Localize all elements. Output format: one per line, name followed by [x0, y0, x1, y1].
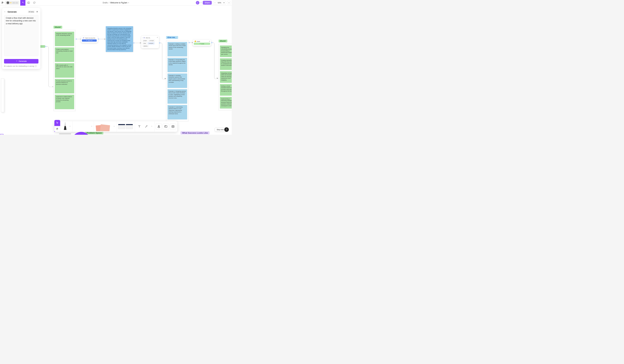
user-avatar[interactable]: L [196, 1, 199, 4]
nav-back-icon[interactable]: ‹ [194, 41, 194, 42]
sticky-note[interactable]: Implement a chatbot feature to answer us… [55, 95, 74, 109]
connector-options-caret[interactable]: ⌃ [151, 126, 153, 127]
svg-point-9 [76, 39, 77, 40]
ideate-chip-button[interactable]: ⟳Ideate [194, 43, 210, 45]
timer-value: 06:00 [12, 1, 18, 4]
ideate-heading: Ideate! [218, 40, 227, 43]
templates-tool[interactable] [118, 123, 133, 130]
marker-options-caret[interactable]: ⌃ [69, 126, 71, 127]
nav-back-icon[interactable]: ‹ [82, 37, 82, 39]
nav-back-icon[interactable]: ‹ [142, 37, 143, 38]
generate-panel: ← Generate AI beta ✕ Generate AI outputs… [2, 8, 40, 69]
sticky-note[interactable]: Adding a virtual assistant feature that … [220, 84, 232, 96]
ideate-cta-label: Ideate [201, 43, 204, 44]
hand-tool[interactable] [54, 126, 60, 132]
refresh-icon[interactable]: ⟳ [157, 37, 158, 38]
breadcrumb-root[interactable]: Drafts [103, 1, 108, 4]
teach-me-button[interactable]: ⟳Teach me [82, 39, 97, 42]
svg-rect-21 [165, 126, 166, 126]
tag-examples[interactable]: examples [148, 42, 155, 44]
zoom-level[interactable]: 50% [217, 2, 222, 4]
explanation-card[interactable]: Integrating interactive quizzes in the o… [106, 26, 133, 52]
tag-people[interactable]: people [142, 40, 148, 42]
svg-rect-5 [28, 2, 30, 4]
give-me-heading: Give me… [166, 36, 178, 39]
shape-tool[interactable] [73, 132, 90, 135]
teach-me-card[interactable]: ‹✦Teach me about this ⟳Teach me [81, 36, 98, 43]
close-icon[interactable]: ✕ [36, 10, 38, 13]
comments-button[interactable] [32, 0, 36, 5]
svg-point-19 [211, 42, 212, 43]
refresh-icon[interactable]: ⟳ [209, 41, 210, 42]
sticky-note[interactable]: Integrating mini-games within the tutori… [220, 71, 232, 83]
ideate-column-b[interactable]: Ideate! Gamifying the onboarding tutoria… [218, 39, 232, 111]
chevron-down-icon: ▾ [3, 2, 4, 3]
stamp-tool[interactable] [156, 123, 162, 130]
main-menu-button[interactable]: ▾ [1, 1, 4, 4]
skip-intro-label: Skip intro [217, 129, 224, 131]
marker-tool[interactable] [62, 122, 69, 131]
share-button[interactable]: Share [203, 1, 212, 5]
svg-marker-10 [104, 39, 105, 40]
horizontal-scrollbar[interactable] [59, 133, 71, 134]
selected-object-offscreen[interactable] [0, 134, 3, 135]
ideate-card[interactable]: ⟳ ‹Ideate! ⟳Ideate [193, 40, 211, 46]
text-tool[interactable] [136, 123, 142, 130]
tag-statistics[interactable]: statistics [142, 45, 149, 47]
sticky-options-caret[interactable]: ⌃ [113, 126, 115, 127]
file-name[interactable]: Welcome to FigJam [110, 1, 127, 4]
connector-tool[interactable] [143, 123, 150, 130]
timer-avatar-icon [6, 1, 9, 4]
add-button[interactable]: ＋ [227, 1, 231, 4]
give-me-column[interactable]: Give me… Example 1: Adding a multiple-ch… [166, 36, 189, 121]
sticky-note[interactable]: Example 4: Designing quizzes that provid… [167, 89, 187, 104]
sticky-note[interactable]: Implementing a branching narrative struc… [220, 97, 232, 109]
give-me-card[interactable]: ⟳ ‹✦Give me… people concepts ideas examp… [141, 36, 159, 48]
select-tool[interactable] [54, 120, 60, 126]
offscreen-frame[interactable] [1, 78, 4, 112]
teach-title: Teach me about this [85, 37, 95, 39]
back-arrow-icon[interactable]: ← [4, 11, 6, 13]
prompt-input[interactable] [4, 15, 38, 56]
tag-ideas[interactable]: ideas [142, 42, 147, 44]
generate-button[interactable]: Generate [4, 59, 38, 64]
sticky-note[interactable]: Gamifying the onboarding tutorial by inc… [220, 46, 232, 57]
sticky-note[interactable]: Create a personalized onboarding checkli… [55, 48, 74, 62]
table-tool[interactable] [170, 123, 176, 130]
sparkle-icon [16, 60, 18, 62]
section-tool[interactable] [163, 123, 169, 130]
panels-button[interactable] [26, 0, 31, 5]
zoom-controls: − 50% ▾ [213, 1, 226, 5]
svg-marker-18 [217, 78, 218, 79]
ai-tools-button[interactable] [20, 0, 26, 6]
disclaimer-text: AI outputs can be misleading or wrong [4, 65, 34, 67]
svg-rect-2 [2, 2, 2, 3]
svg-point-7 [45, 46, 46, 47]
comment-icon [33, 1, 35, 4]
timer-chip[interactable]: ★ 06:00 [5, 1, 19, 5]
svg-rect-3 [2, 2, 3, 3]
sticky-note-tool[interactable] [95, 122, 113, 131]
sticky-note[interactable]: Example 1: Adding a multiple-choice quiz… [167, 42, 187, 56]
sticky-note[interactable]: Example 5: Customizing quizzes based on … [167, 105, 187, 120]
info-icon[interactable]: i [35, 65, 37, 67]
sticky-note[interactable]: Example 3: Including interactive quizzes… [167, 73, 187, 88]
sticky-note[interactable]: Example 2: Incorporating fill-in-the-bla… [167, 58, 187, 72]
ideate-heading: Ideate! [53, 26, 62, 29]
help-button[interactable]: ? [224, 127, 229, 132]
shape-options-caret[interactable]: ⌃ [90, 126, 93, 127]
sparkle-icon [21, 1, 24, 4]
sticky-note[interactable]: Provide exclusive access to premium feat… [55, 79, 74, 93]
ideate-column-a[interactable]: Ideate! Integrate interactive quizzes in… [53, 25, 76, 111]
tag-concepts[interactable]: concepts [148, 40, 155, 42]
svg-rect-1 [2, 2, 3, 2]
sticky-note[interactable]: Creating interactive drag-and-drop exerc… [220, 58, 232, 70]
sticky-note[interactable]: Integrate interactive quizzes in the onb… [55, 32, 74, 46]
breadcrumb[interactable]: Drafts / Welcome to FigJam ▾ [103, 1, 129, 4]
sticky-note[interactable]: Offer surprise gifts or discounts for us… [55, 63, 74, 78]
zoom-out-button[interactable]: − [213, 1, 217, 4]
chevron-down-icon[interactable]: ▾ [201, 2, 202, 3]
chevron-down-icon[interactable]: ▾ [222, 1, 226, 4]
chevron-down-icon[interactable]: ▾ [128, 2, 129, 3]
breadcrumb-sep: / [109, 1, 109, 4]
